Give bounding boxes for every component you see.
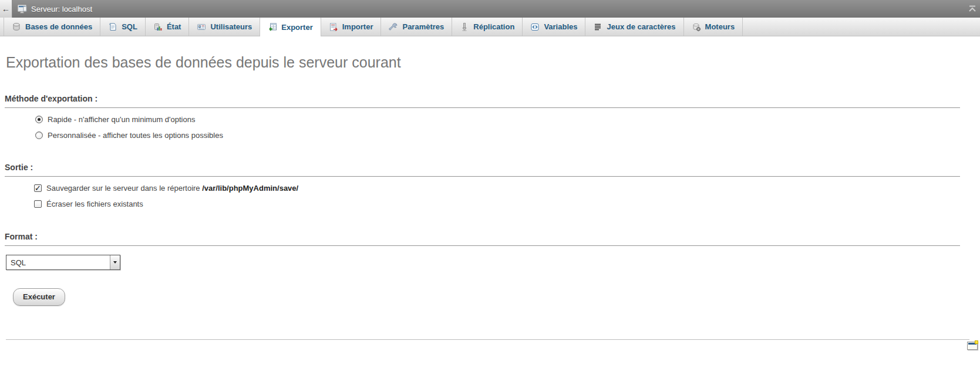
- checkbox[interactable]: [34, 200, 42, 208]
- tab-variables[interactable]: Variables: [523, 18, 585, 36]
- sql-icon: [108, 22, 117, 32]
- open-new-window-icon[interactable]: [967, 342, 978, 350]
- format-select-value: SQL: [6, 255, 110, 269]
- tab-parametres[interactable]: Paramètres: [381, 18, 452, 36]
- format-heading: Format :: [5, 232, 960, 246]
- server-label: Serveur: localhost: [31, 5, 92, 14]
- tab-label: État: [167, 22, 181, 31]
- scroll-top-icon[interactable]: [968, 4, 977, 15]
- select-dropdown-button[interactable]: [110, 255, 120, 269]
- tab-label: Moteurs: [705, 22, 735, 31]
- chevron-down-icon: [113, 261, 117, 264]
- tab-label: Utilisateurs: [210, 22, 252, 31]
- nav-collapse-button[interactable]: ←: [0, 0, 12, 18]
- tab-importer[interactable]: Importer: [321, 18, 382, 36]
- tab-moteurs[interactable]: Moteurs: [684, 18, 743, 36]
- tab-jeux-de-caracteres[interactable]: Jeux de caractères: [585, 18, 683, 36]
- save-path: /var/lib/phpMyAdmin/save/: [202, 184, 298, 193]
- format-select[interactable]: SQL: [6, 255, 120, 270]
- tab-utilisateurs[interactable]: Utilisateurs: [189, 18, 260, 36]
- charsets-icon: [593, 22, 602, 32]
- output-options: Sauvegarder sur le serveur dans le réper…: [5, 180, 980, 212]
- main-tabbar: Bases de données SQL État: [0, 18, 980, 36]
- server-titlebar: ← Serveur: localhost: [0, 0, 980, 18]
- variables-icon: [530, 22, 540, 32]
- radio-button[interactable]: [35, 131, 43, 139]
- radio-custom-label: Personnalisée - afficher toutes les opti…: [48, 131, 223, 140]
- tab-replication[interactable]: Réplication: [452, 18, 523, 36]
- export-method-heading: Méthode d'exportation :: [5, 94, 960, 108]
- checkbox[interactable]: [34, 184, 42, 192]
- radio-custom-option[interactable]: Personnalisée - afficher toutes les opti…: [35, 127, 980, 143]
- server-monitor-icon: [18, 5, 28, 14]
- checkbox-overwrite-option[interactable]: Écraser les fichiers existants: [34, 196, 980, 212]
- radio-quick-option[interactable]: Rapide - n'afficher qu'un minimum d'opti…: [35, 112, 980, 127]
- radio-quick-label: Rapide - n'afficher qu'un minimum d'opti…: [48, 115, 195, 124]
- database-icon: [12, 22, 21, 32]
- tab-exporter[interactable]: Exporter: [260, 18, 321, 36]
- radio-button[interactable]: [35, 116, 43, 123]
- import-icon: [329, 22, 338, 32]
- tab-label: Bases de données: [25, 22, 92, 31]
- checkbox-save-server-option[interactable]: Sauvegarder sur le serveur dans le réper…: [34, 180, 980, 196]
- tab-label: Réplication: [473, 22, 514, 31]
- tab-etat[interactable]: État: [146, 18, 190, 36]
- tab-label: SQL: [122, 22, 137, 31]
- tab-label: Jeux de caractères: [607, 22, 675, 31]
- tab-sql[interactable]: SQL: [100, 18, 146, 36]
- tab-label: Variables: [544, 22, 577, 31]
- left-arrow-icon: ←: [2, 4, 10, 14]
- export-page: Exportation des bases de données depuis …: [0, 54, 980, 350]
- tab-label: Exporter: [281, 23, 312, 32]
- page-title: Exportation des bases de données depuis …: [6, 54, 980, 71]
- export-icon: [268, 22, 277, 32]
- tab-bases-de-donnees[interactable]: Bases de données: [4, 18, 100, 36]
- tab-label: Importer: [342, 22, 373, 31]
- execute-button[interactable]: Exécuter: [13, 288, 65, 306]
- output-heading: Sortie :: [5, 163, 960, 177]
- replication-icon: [460, 22, 469, 32]
- tab-label: Paramètres: [402, 22, 444, 31]
- save-server-label: Sauvegarder sur le serveur dans le réper…: [46, 184, 298, 193]
- engines-icon: [692, 22, 701, 32]
- status-icon: [153, 22, 163, 32]
- users-icon: [197, 22, 206, 32]
- export-method-options: Rapide - n'afficher qu'un minimum d'opti…: [5, 112, 980, 143]
- overwrite-label: Écraser les fichiers existants: [46, 200, 143, 208]
- wrench-icon: [389, 22, 398, 32]
